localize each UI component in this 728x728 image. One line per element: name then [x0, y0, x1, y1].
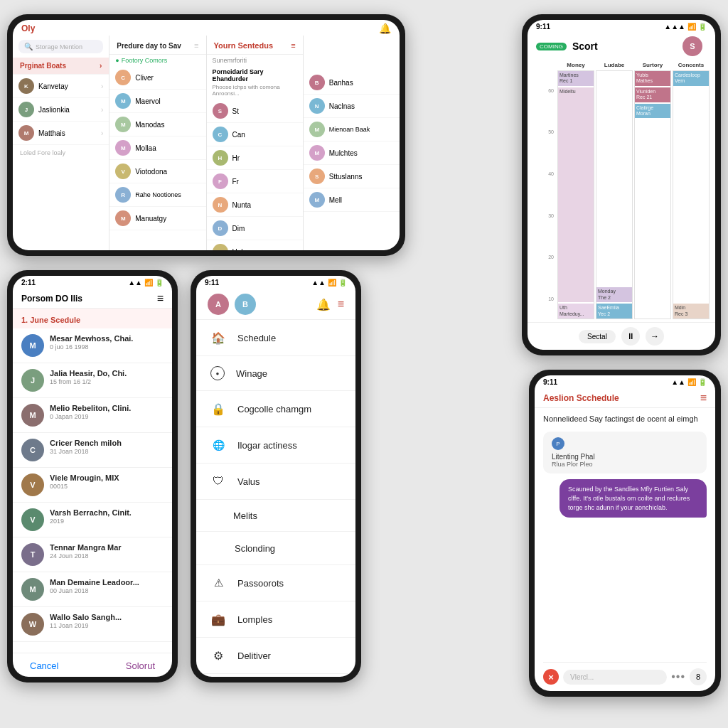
- menu-lines-icon[interactable]: ≡: [700, 392, 707, 405]
- contact-item[interactable]: M Mulchtes: [304, 141, 400, 165]
- contact-item[interactable]: M Mollaa: [109, 136, 205, 160]
- contact-item[interactable]: B Banhas: [304, 71, 400, 95]
- lock-icon: 🔒: [210, 401, 226, 417]
- phone-topright: 9:11 ▲▲▲📶🔋 COMING Scort S M: [522, 14, 721, 355]
- topleft-statusbar: Oly 🔔: [13, 20, 400, 36]
- contact-item[interactable]: C Can: [207, 123, 303, 146]
- panel2-subtitle: ●Footory Comors: [109, 55, 205, 66]
- list-item[interactable]: W Wallo Salo Sangh... 11 Joan 2019: [13, 607, 172, 642]
- nav-item-winage[interactable]: ● Winage: [196, 356, 355, 391]
- contact-item[interactable]: N Naclnas: [304, 95, 400, 118]
- contact-item[interactable]: F Fr: [207, 170, 303, 193]
- avatar-1: A: [208, 294, 229, 315]
- contact-item[interactable]: H Hr: [207, 146, 303, 170]
- br-card: P Litenting Phal Rlua Plor Pleo: [543, 432, 707, 473]
- contact-item[interactable]: D Dim: [207, 217, 303, 240]
- category-item-active[interactable]: Prginat Boats ›: [13, 58, 109, 75]
- phone-topleft: Oly 🔔 🔍 Storage Mention Prginat Boats ›: [7, 14, 405, 256]
- card-icon: P: [552, 437, 564, 450]
- contact-item[interactable]: C Cliver: [109, 66, 205, 90]
- topright-statusbar: 9:11 ▲▲▲📶🔋: [528, 20, 715, 32]
- topright-bottom-bar: Sectal ⏸ →: [528, 322, 715, 350]
- nav-item-sclonding[interactable]: Sclonding: [196, 532, 355, 565]
- contact-item[interactable]: K Kanvetay ›: [13, 75, 109, 98]
- notification-icon: 🔔: [379, 23, 391, 34]
- apps-icon: [210, 542, 223, 555]
- home-icon: 🏠: [210, 330, 226, 346]
- pause-button[interactable]: ⏸: [621, 327, 640, 346]
- panel3-subtitle: Sunemrforiti: [207, 55, 303, 66]
- contact-item[interactable]: R Rahe Nootiones: [109, 183, 205, 207]
- close-button[interactable]: ×: [543, 669, 559, 685]
- nav-item-melits[interactable]: Melits: [196, 500, 355, 532]
- list-item[interactable]: V Viele Mrougin, MIX 00015: [13, 468, 172, 503]
- cancel-button[interactable]: Cancel: [30, 660, 58, 671]
- bottommid-statusbar: 9:11 ▲▲📶🔋: [196, 276, 355, 288]
- bottomright-statusbar: 9:11 ▲▲📶🔋: [535, 375, 715, 387]
- search-box[interactable]: 🔍 Storage Mention: [18, 40, 103, 53]
- br-input-area: × Vlercl... ••• 8: [543, 662, 707, 685]
- br-description: Nonnelideed Say factingst de ocent al ei…: [543, 414, 707, 424]
- nav-item-passoorots[interactable]: ⚠ Passoorots: [196, 565, 355, 601]
- nav-item-cogcolle[interactable]: 🔒 Cogcolle chamgm: [196, 391, 355, 427]
- circle-icon: ●: [210, 366, 225, 380]
- list-item[interactable]: M Melio Rebeliton, Clini. 0 Japan 2019: [13, 398, 172, 433]
- panel3-desc: Porneidarid Sary Ehandurder: [207, 66, 303, 84]
- chat-bubble: Scauned by the Sandlies Mfly Furtien Sal…: [560, 479, 707, 518]
- phone-bottomleft: 2:11 ▲▲📶🔋 Porsom DO Ilis ≡ 1. June Scedu…: [7, 270, 178, 682]
- contact-item[interactable]: V Viotodona: [109, 160, 205, 183]
- bottomleft-toolbar: Porsom DO Ilis ≡: [13, 288, 172, 309]
- panel3-header: Yourn Sentedus ≡: [207, 36, 303, 55]
- bottomleft-statusbar: 2:11 ▲▲📶🔋: [13, 276, 172, 288]
- send-button[interactable]: 8: [690, 668, 707, 685]
- section-header: 1. June Scedule: [13, 309, 172, 328]
- nav-item-lomples[interactable]: 💼 Lomples: [196, 601, 355, 638]
- contact-item[interactable]: S St: [207, 100, 303, 123]
- panel3-desc2: Phoose ichps with comona Anroonsi...: [207, 84, 303, 100]
- panel1-footer: Loled Fore loaly: [13, 145, 109, 161]
- contact-item[interactable]: H Hal: [207, 240, 303, 250]
- contact-item[interactable]: M Mell: [304, 188, 400, 212]
- menu-lines-icon[interactable]: ≡: [338, 298, 344, 311]
- next-button[interactable]: →: [646, 327, 664, 346]
- contact-item[interactable]: M Matthais ›: [13, 122, 109, 145]
- list-item[interactable]: J Jalia Heasir, Do, Chi. 15 from 16 1/2: [13, 363, 172, 398]
- panel-yourn: Yourn Sentedus ≡ Sunemrforiti Porneidari…: [207, 36, 304, 250]
- more-options[interactable]: •••: [671, 670, 685, 683]
- contact-item[interactable]: M Manuatgy: [109, 207, 205, 230]
- chat-input[interactable]: Vlercl...: [563, 670, 667, 685]
- list-item[interactable]: M Man Demaine Leadoor... 00 Juan 2018: [13, 572, 172, 607]
- contact-item[interactable]: M Manodas: [109, 113, 205, 136]
- panel2-header: Predure day to Sav ≡: [109, 36, 205, 55]
- bottomright-header: Aeslion Scchedule ≡: [535, 387, 715, 408]
- bell-icon[interactable]: 🔔: [316, 298, 331, 311]
- panel-myoly: 🔍 Storage Mention Prginat Boats › K Kanv…: [13, 36, 109, 250]
- alert-icon: ⚠: [210, 575, 226, 591]
- contact-item[interactable]: S Sttuslanns: [304, 165, 400, 188]
- topleft-title: Oly: [21, 23, 35, 33]
- list-item[interactable]: T Tennar Mangra Mar 24 Joun 2018: [13, 537, 172, 572]
- gear-icon: ⚙: [210, 648, 226, 663]
- menu-icon[interactable]: ≡: [157, 292, 164, 305]
- sectal-button[interactable]: Sectal: [579, 330, 616, 343]
- nav-item-delitiver[interactable]: ⚙ Delitiver: [196, 638, 355, 674]
- phone-bottomright: 9:11 ▲▲📶🔋 Aeslion Scchedule ≡ Nonnelidee…: [529, 370, 721, 697]
- contact-item[interactable]: M Mienoan Baak: [304, 118, 400, 141]
- nav-item-schedule[interactable]: 🏠 Schedule: [196, 320, 355, 356]
- list-item[interactable]: M Mesar Mewhoss, Chai. 0 juo 16 1998: [13, 328, 172, 363]
- contact-item[interactable]: M Maervol: [109, 90, 205, 113]
- list-item[interactable]: C Cricer Rench miloh 31 Joan 2018: [13, 433, 172, 468]
- contact-item[interactable]: J Jaslionkia ›: [13, 98, 109, 122]
- grid-icon: [210, 510, 222, 521]
- nav-top-area: A B 🔔 ≡: [196, 288, 355, 320]
- avatar-2: B: [235, 294, 256, 315]
- list-item[interactable]: V Varsh Berrachn, Cinit. 2019: [13, 503, 172, 537]
- topright-header: COMING Scort S: [528, 32, 715, 59]
- contact-item[interactable]: N Nunta: [207, 193, 303, 217]
- bottomleft-action-bar: Cancel Solorut: [13, 653, 172, 677]
- panel-contacts4: B Banhas N Naclnas M Mienoan Baak M: [304, 36, 400, 250]
- solorut-button[interactable]: Solorut: [126, 660, 155, 671]
- nav-item-valus[interactable]: 🛡 Valus: [196, 464, 355, 500]
- nav-item-ilogar[interactable]: 🌐 Ilogar actiness: [196, 427, 355, 464]
- globe-lock-icon: 🌐: [210, 437, 226, 453]
